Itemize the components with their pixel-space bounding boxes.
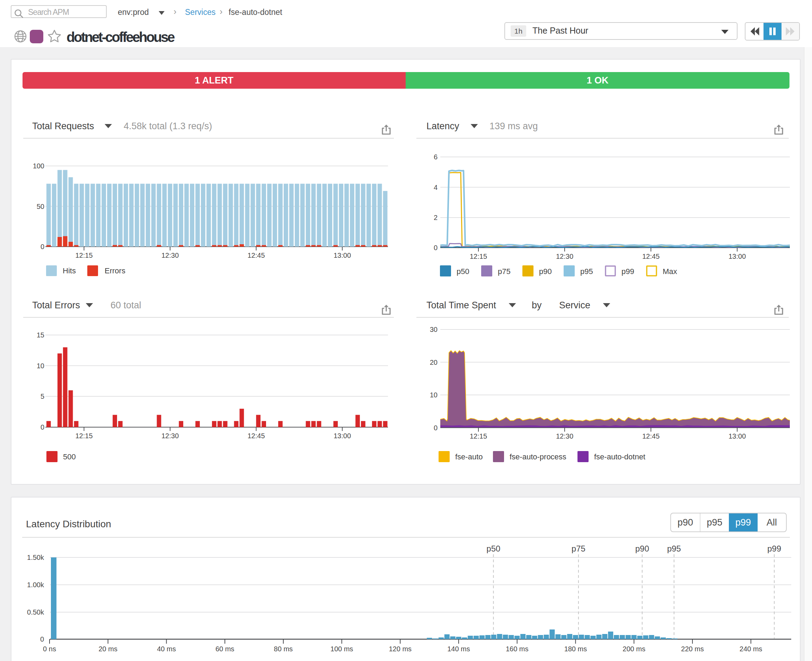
svg-text:p50: p50: [487, 544, 500, 553]
svg-text:10: 10: [37, 362, 44, 370]
svg-text:200 ms: 200 ms: [622, 645, 645, 653]
svg-text:Total Errors: Total Errors: [32, 300, 80, 310]
svg-text:0: 0: [434, 424, 437, 432]
svg-text:220 ms: 220 ms: [681, 645, 704, 653]
svg-text:12:30: 12:30: [556, 252, 573, 260]
svg-text:4: 4: [434, 184, 437, 191]
svg-text:12:15: 12:15: [470, 432, 487, 440]
svg-text:20 ms: 20 ms: [98, 645, 117, 653]
svg-text:4.58k total (1.3 req/s): 4.58k total (1.3 req/s): [124, 121, 212, 131]
svg-text:0: 0: [40, 243, 44, 251]
svg-text:100 ms: 100 ms: [330, 645, 353, 653]
svg-text:100: 100: [33, 162, 44, 170]
svg-text:Max: Max: [663, 267, 677, 276]
svg-text:p90: p90: [539, 267, 552, 276]
svg-text:2: 2: [434, 214, 437, 221]
svg-text:60 ms: 60 ms: [215, 645, 234, 653]
svg-text:240 ms: 240 ms: [740, 645, 763, 653]
svg-text:p75: p75: [498, 267, 510, 276]
svg-text:6: 6: [434, 153, 437, 161]
svg-text:fse-auto: fse-auto: [455, 452, 483, 461]
svg-text:50: 50: [37, 203, 44, 210]
svg-text:12:15: 12:15: [75, 432, 93, 440]
svg-text:12:45: 12:45: [642, 252, 660, 260]
svg-text:fse-auto-dotnet: fse-auto-dotnet: [594, 452, 645, 461]
svg-text:15: 15: [37, 331, 44, 339]
svg-text:80 ms: 80 ms: [274, 645, 293, 653]
svg-text:13:00: 13:00: [333, 252, 351, 259]
svg-text:1.00k: 1.00k: [27, 581, 44, 589]
svg-text:Latency: Latency: [426, 121, 459, 131]
svg-text:1.50k: 1.50k: [27, 554, 44, 561]
svg-text:0: 0: [40, 635, 44, 643]
svg-text:60 total: 60 total: [110, 300, 141, 310]
svg-text:0 ns: 0 ns: [43, 645, 56, 653]
svg-text:5: 5: [40, 393, 44, 400]
svg-text:Errors: Errors: [105, 267, 125, 275]
svg-text:20: 20: [430, 359, 437, 366]
svg-text:p75: p75: [571, 544, 585, 553]
svg-text:0.50k: 0.50k: [27, 608, 44, 616]
svg-text:12:45: 12:45: [247, 432, 265, 440]
svg-text:by: by: [532, 300, 542, 310]
svg-text:12:15: 12:15: [470, 252, 487, 260]
svg-text:12:15: 12:15: [75, 252, 93, 259]
svg-text:160 ms: 160 ms: [506, 645, 529, 653]
svg-text:p50: p50: [456, 267, 469, 276]
svg-text:p90: p90: [635, 544, 649, 553]
svg-text:12:45: 12:45: [642, 432, 660, 440]
svg-text:13:00: 13:00: [729, 432, 746, 440]
svg-text:Latency Distribution: Latency Distribution: [26, 519, 111, 529]
svg-text:0: 0: [434, 244, 437, 252]
svg-text:p99: p99: [767, 544, 781, 553]
svg-text:139 ms avg: 139 ms avg: [490, 121, 538, 131]
svg-text:12:45: 12:45: [247, 252, 265, 259]
svg-text:0: 0: [40, 423, 44, 431]
svg-text:120 ms: 120 ms: [389, 645, 412, 653]
svg-text:p99: p99: [622, 267, 634, 276]
svg-text:fse-auto-process: fse-auto-process: [510, 452, 566, 461]
svg-text:p95: p95: [580, 267, 593, 276]
svg-text:Hits: Hits: [63, 267, 76, 275]
svg-text:13:00: 13:00: [729, 252, 746, 260]
svg-text:13:00: 13:00: [333, 432, 351, 440]
svg-text:12:30: 12:30: [161, 252, 179, 259]
svg-text:10: 10: [430, 391, 437, 399]
svg-text:500: 500: [63, 452, 76, 461]
svg-text:40 ms: 40 ms: [157, 645, 175, 653]
svg-text:12:30: 12:30: [556, 432, 573, 440]
svg-text:30: 30: [430, 326, 437, 333]
svg-text:180 ms: 180 ms: [564, 645, 587, 653]
svg-text:Total Requests: Total Requests: [32, 121, 94, 131]
svg-text:Total Time Spent: Total Time Spent: [426, 300, 496, 310]
svg-text:140 ms: 140 ms: [447, 645, 470, 653]
svg-text:Service: Service: [559, 300, 590, 310]
svg-text:12:30: 12:30: [161, 432, 179, 440]
svg-text:p95: p95: [667, 544, 681, 553]
